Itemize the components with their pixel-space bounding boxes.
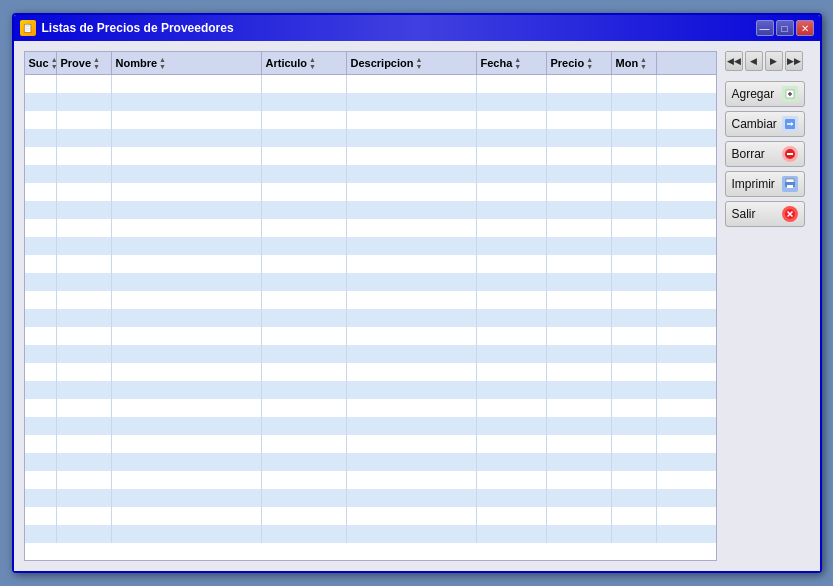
table-cell xyxy=(477,201,547,219)
salir-button[interactable]: Salir xyxy=(725,201,805,227)
table-cell xyxy=(612,363,657,381)
table-cell xyxy=(347,435,477,453)
table-row[interactable] xyxy=(25,309,716,327)
table-cell xyxy=(612,435,657,453)
table-body[interactable] xyxy=(25,75,716,560)
table-row[interactable] xyxy=(25,201,716,219)
borrar-button[interactable]: Borrar xyxy=(725,141,805,167)
table-cell xyxy=(57,93,112,111)
table-cell xyxy=(112,201,262,219)
cambiar-button[interactable]: Cambiar xyxy=(725,111,805,137)
table-cell xyxy=(57,129,112,147)
table-cell xyxy=(57,345,112,363)
table-cell xyxy=(612,489,657,507)
table-cell xyxy=(477,435,547,453)
main-window: 📋 Listas de Precios de Proveedores — □ ✕… xyxy=(12,13,822,573)
table-cell xyxy=(262,489,347,507)
table-cell xyxy=(347,507,477,525)
table-row[interactable] xyxy=(25,381,716,399)
table-cell xyxy=(262,327,347,345)
agregar-button[interactable]: Agregar xyxy=(725,81,805,107)
table-cell xyxy=(112,381,262,399)
table-cell xyxy=(477,183,547,201)
table-row[interactable] xyxy=(25,489,716,507)
table-cell xyxy=(612,255,657,273)
table-cell xyxy=(262,417,347,435)
table-cell xyxy=(347,345,477,363)
table-row[interactable] xyxy=(25,255,716,273)
table-cell xyxy=(612,417,657,435)
maximize-button[interactable]: □ xyxy=(776,20,794,36)
table-row[interactable] xyxy=(25,435,716,453)
table-row[interactable] xyxy=(25,525,716,543)
window-title: Listas de Precios de Proveedores xyxy=(42,21,234,35)
table-cell xyxy=(477,345,547,363)
table-row[interactable] xyxy=(25,237,716,255)
table-cell xyxy=(477,237,547,255)
table-cell xyxy=(612,453,657,471)
table-cell xyxy=(547,453,612,471)
table-cell xyxy=(347,471,477,489)
table-cell xyxy=(25,129,57,147)
table-row[interactable] xyxy=(25,273,716,291)
table-cell xyxy=(25,273,57,291)
table-row[interactable] xyxy=(25,363,716,381)
table-row[interactable] xyxy=(25,165,716,183)
next-button[interactable]: ▶ xyxy=(765,51,783,71)
table-cell xyxy=(262,147,347,165)
table-cell xyxy=(547,129,612,147)
first-button[interactable]: ◀◀ xyxy=(725,51,743,71)
table-row[interactable] xyxy=(25,111,716,129)
table-cell xyxy=(262,129,347,147)
salir-icon xyxy=(782,206,798,222)
table-row[interactable] xyxy=(25,219,716,237)
table-cell xyxy=(57,165,112,183)
table-cell xyxy=(25,399,57,417)
table-row[interactable] xyxy=(25,129,716,147)
table-cell xyxy=(347,363,477,381)
table-cell xyxy=(547,183,612,201)
svg-rect-10 xyxy=(787,185,793,188)
table-row[interactable] xyxy=(25,183,716,201)
table-cell xyxy=(112,183,262,201)
table-row[interactable] xyxy=(25,93,716,111)
imprimir-button[interactable]: Imprimir xyxy=(725,171,805,197)
table-cell xyxy=(612,507,657,525)
window-body: Suc ▲▼ Prove ▲▼ Nombre ▲▼ Articulo ▲▼ De… xyxy=(14,41,820,571)
table-cell xyxy=(25,381,57,399)
table-cell xyxy=(347,183,477,201)
table-row[interactable] xyxy=(25,453,716,471)
table-row[interactable] xyxy=(25,327,716,345)
table-row[interactable] xyxy=(25,507,716,525)
table-cell xyxy=(547,363,612,381)
last-button[interactable]: ▶▶ xyxy=(785,51,803,71)
table-cell xyxy=(25,363,57,381)
table-container: Suc ▲▼ Prove ▲▼ Nombre ▲▼ Articulo ▲▼ De… xyxy=(24,51,717,561)
table-cell xyxy=(262,507,347,525)
table-cell xyxy=(25,291,57,309)
table-cell xyxy=(347,111,477,129)
title-buttons: — □ ✕ xyxy=(756,20,814,36)
table-cell xyxy=(112,111,262,129)
table-row[interactable] xyxy=(25,471,716,489)
table-row[interactable] xyxy=(25,147,716,165)
table-cell xyxy=(262,165,347,183)
table-cell xyxy=(612,219,657,237)
table-cell xyxy=(112,399,262,417)
table-row[interactable] xyxy=(25,399,716,417)
table-cell xyxy=(612,93,657,111)
table-cell xyxy=(477,489,547,507)
minimize-button[interactable]: — xyxy=(756,20,774,36)
prev-button[interactable]: ◀ xyxy=(745,51,763,71)
table-cell xyxy=(347,525,477,543)
table-row[interactable] xyxy=(25,75,716,93)
table-cell xyxy=(57,525,112,543)
close-button[interactable]: ✕ xyxy=(796,20,814,36)
table-cell xyxy=(57,273,112,291)
table-row[interactable] xyxy=(25,291,716,309)
table-cell xyxy=(57,183,112,201)
table-cell xyxy=(347,327,477,345)
table-cell xyxy=(612,273,657,291)
table-row[interactable] xyxy=(25,345,716,363)
table-row[interactable] xyxy=(25,417,716,435)
